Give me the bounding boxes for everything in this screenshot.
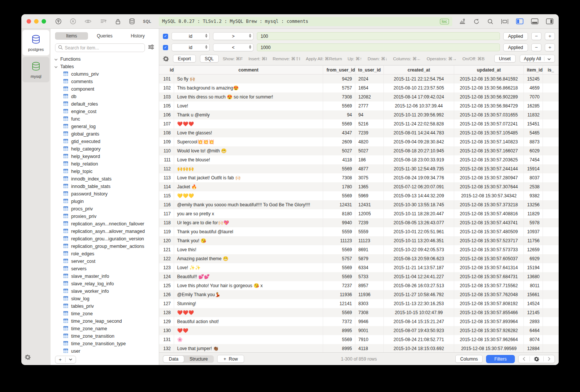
cell-item-id[interactable]: 5978	[524, 218, 543, 227]
cell-from-user-id[interactable]: 5569	[323, 119, 355, 128]
cell-from-user-id[interactable]: 7308	[323, 92, 355, 101]
cell-created-at[interactable]: 2015-08-13 20:59:06.623	[384, 254, 454, 263]
cell-id[interactable]: 114	[159, 182, 174, 191]
cell-updated-at[interactable]: 2015-12-08 15:30:57.523717	[454, 236, 524, 245]
cell-updated-at[interactable]: 2015-12-08 15:30:57.480509	[454, 227, 524, 236]
cell-id[interactable]: 118	[159, 218, 174, 227]
cell-id[interactable]: 124	[159, 272, 174, 281]
cell-to-user-id[interactable]: 9001	[355, 326, 384, 335]
cell-item-id[interactable]: 6029	[524, 146, 543, 155]
add-filter-button[interactable]: +	[545, 32, 555, 40]
cell-created-at[interactable]: 2015-10-11 20:39:56.992	[384, 110, 454, 119]
cell-comment[interactable]: Beautiful action shot!	[174, 317, 323, 326]
column-header-updated-at[interactable]: updated_at	[454, 66, 524, 74]
cell-to-user-id[interactable]: 5559	[355, 227, 384, 236]
cell-id[interactable]: 117	[159, 209, 174, 218]
cell-updated-at[interactable]: 2015-12-08 15:30:57.280947	[454, 173, 524, 182]
cell-created-at[interactable]: 2015-08-10 21:23:57.505	[384, 83, 454, 92]
cell-to-user-id[interactable]: 9946	[355, 317, 384, 326]
unset-button[interactable]: Unset	[494, 55, 516, 63]
cell-to-user-id[interactable]: 11123	[355, 236, 384, 245]
filter-operator-select[interactable]: >	[213, 32, 253, 40]
cell-id[interactable]: 132	[159, 344, 174, 352]
cell-updated-at[interactable]: 2015-12-08 15:30:57.684731	[454, 272, 524, 281]
cell-from-user-id[interactable]: 5569	[323, 191, 355, 200]
cell-is[interactable]	[543, 164, 559, 173]
cell-to-user-id[interactable]: 6334	[355, 263, 384, 272]
cell-to-user-id[interactable]: 8303	[355, 299, 384, 308]
cell-from-user-id[interactable]: 11936	[323, 290, 355, 299]
cell-item-id[interactable]: 15661	[524, 290, 543, 299]
cell-is[interactable]	[543, 236, 559, 245]
cell-updated-at[interactable]: 2015-12-08 15:30:57.443741	[454, 218, 524, 227]
sidebar-table-item[interactable]: slave_worker_info	[54, 288, 159, 295]
cell-created-at[interactable]: 2015-08-24 21:08:52.771	[384, 335, 454, 344]
tree-group-functions[interactable]: Functions	[54, 55, 159, 63]
cell-created-at[interactable]: 2015-08-05 13:26:43.077	[384, 218, 454, 227]
cell-is[interactable]	[543, 335, 559, 344]
cell-item-id[interactable]: 11829	[524, 209, 543, 218]
cell-to-user-id[interactable]: 7239	[355, 128, 384, 137]
cell-id[interactable]: 116	[159, 200, 174, 209]
cell-item-id[interactable]: 8011	[524, 281, 543, 290]
cell-id[interactable]: 122	[159, 254, 174, 263]
cell-comment[interactable]: ❤️❤️❤️	[174, 308, 323, 317]
cell-id[interactable]: 127	[159, 299, 174, 308]
cell-is[interactable]	[543, 101, 559, 110]
cell-is[interactable]	[543, 218, 559, 227]
cell-created-at[interactable]: 2015-10-11 13:20:46.351	[384, 236, 454, 245]
cell-created-at[interactable]: 2015-11-13 22:30:16.253	[384, 299, 454, 308]
connection-postgres[interactable]: postgres	[22, 30, 49, 55]
cell-updated-at[interactable]: 2015-12-08 15:30:57.605037	[454, 254, 524, 263]
cell-is[interactable]	[543, 200, 559, 209]
search-icon[interactable]	[487, 18, 494, 25]
column-header-id[interactable]: id	[159, 66, 174, 74]
cell-updated-at[interactable]: 2015-12-08 15:30:57.893964	[454, 317, 524, 326]
cell-to-user-id[interactable]: 1654	[355, 83, 384, 92]
cell-item-id[interactable]: 15194	[524, 263, 543, 272]
close-window-button[interactable]	[27, 19, 31, 24]
filter-value-input[interactable]	[257, 32, 500, 40]
cell-from-user-id[interactable]: 11123	[323, 236, 355, 245]
tree-group-tables[interactable]: Tables	[54, 63, 159, 70]
minimize-window-button[interactable]	[34, 19, 39, 24]
cell-item-id[interactable]: 12884	[524, 344, 543, 352]
cell-to-user-id[interactable]: 4118	[355, 344, 384, 352]
disconnect-icon[interactable]	[70, 18, 76, 25]
cell-from-user-id[interactable]: 4118	[323, 155, 355, 164]
cell-created-at[interactable]: 2015-10-24 18:15:03.692	[384, 344, 454, 352]
cell-item-id[interactable]: 11832	[524, 110, 543, 119]
cell-item-id[interactable]: 15245	[524, 75, 543, 83]
cell-to-user-id[interactable]: 7239	[355, 218, 384, 227]
cell-is[interactable]	[543, 137, 559, 146]
cell-from-user-id[interactable]: 5569	[323, 101, 355, 110]
cell-to-user-id[interactable]: 11936	[355, 290, 384, 299]
preview-icon[interactable]	[84, 18, 92, 24]
sidebar-table-item[interactable]: gtid_executed	[54, 138, 159, 145]
cell-from-user-id[interactable]: 5757	[323, 254, 355, 263]
cell-is[interactable]	[543, 299, 559, 308]
cell-from-user-id[interactable]: 8180	[323, 209, 355, 218]
cell-is[interactable]	[543, 227, 559, 236]
cell-created-at[interactable]: 2015-09-04 09:28:30.842	[384, 137, 454, 146]
cell-id[interactable]: 105	[159, 101, 174, 110]
processes-icon[interactable]	[459, 18, 466, 24]
lock-icon[interactable]	[115, 18, 121, 25]
cell-comment[interactable]: Beautiful!! 💕💕	[174, 272, 323, 281]
filter-column-select[interactable]: id	[171, 43, 210, 51]
sidebar-table-item[interactable]: replication_group_member_actions	[54, 243, 159, 250]
cell-is[interactable]	[543, 281, 559, 290]
connection-mysql[interactable]: mysql	[22, 57, 49, 82]
cell-item-id[interactable]: 10937	[524, 227, 543, 236]
cell-updated-at[interactable]: 2015-12-08 15:30:56.841592	[454, 75, 524, 83]
cell-to-user-id[interactable]: 4820	[355, 137, 384, 146]
cell-is[interactable]	[543, 83, 559, 92]
filter-options-icon[interactable]	[148, 44, 154, 51]
cell-created-at[interactable]: 2015-08-26 16:03:27.513	[384, 281, 454, 290]
export-button[interactable]: Export	[173, 55, 196, 63]
cell-comment[interactable]: Love this photo! Your hair is gorgeous 😘…	[174, 281, 323, 290]
cell-updated-at[interactable]: 2015-12-08 15:30:57.166027	[454, 146, 524, 155]
column-header-item-id[interactable]: item_id	[524, 66, 543, 74]
cell-created-at[interactable]: 2015-08-18 20:27:10.945	[384, 146, 454, 155]
cell-to-user-id[interactable]: 7910	[355, 335, 384, 344]
